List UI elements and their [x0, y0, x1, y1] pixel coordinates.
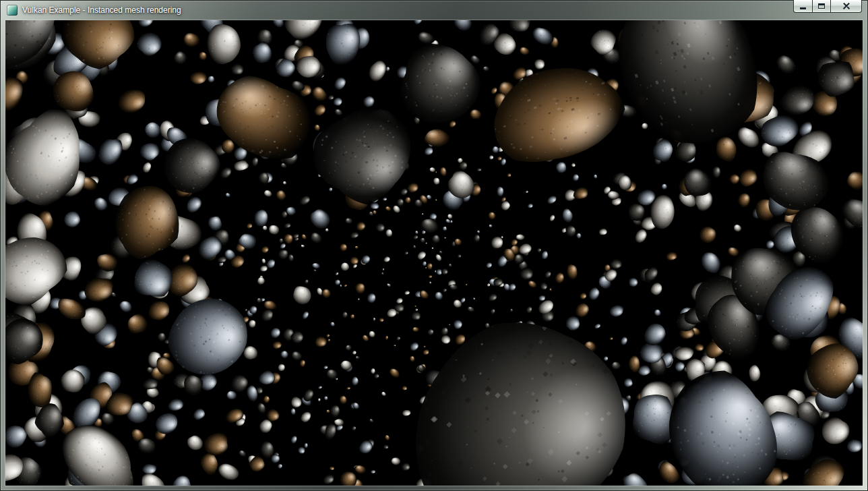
close-icon [842, 3, 850, 9]
minimize-icon [800, 7, 806, 9]
maximize-button[interactable] [812, 0, 831, 13]
render-area [5, 20, 863, 486]
viewport-canvas[interactable] [5, 20, 863, 486]
maximize-icon [818, 3, 825, 9]
window-title: Vulkan Example - Instanced mesh renderin… [22, 0, 181, 20]
vulkan-app-icon [7, 5, 18, 16]
close-button[interactable] [830, 0, 862, 13]
title-bar[interactable]: Vulkan Example - Instanced mesh renderin… [0, 0, 868, 20]
minimize-button[interactable] [793, 0, 813, 13]
caption-buttons [793, 0, 862, 13]
app-window: Vulkan Example - Instanced mesh renderin… [0, 0, 868, 491]
